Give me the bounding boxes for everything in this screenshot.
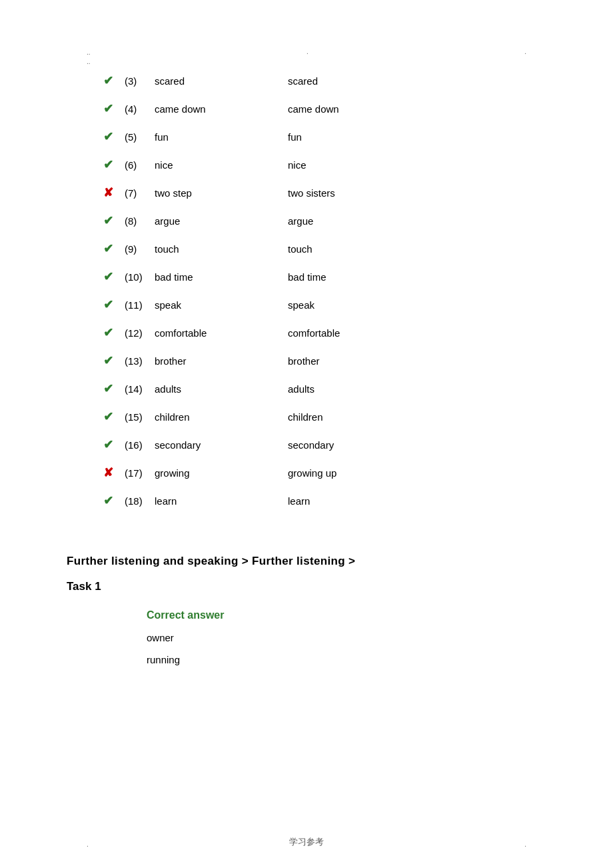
item-correct-answer: bad time [288, 271, 434, 283]
item-answer: brother [155, 355, 288, 367]
table-row: ✔(9)touchtouch [103, 235, 583, 263]
answers-table: ✔(3)scaredscared✔(4)came downcame down✔(… [103, 67, 583, 515]
check-icon: ✔ [103, 101, 125, 116]
cross-icon: ✘ [103, 185, 125, 200]
item-correct-answer: nice [288, 159, 434, 171]
check-icon: ✔ [103, 437, 125, 452]
item-number: (6) [125, 159, 155, 171]
table-row: ✔(12)comfortablecomfortable [103, 319, 583, 347]
item-number: (10) [125, 271, 155, 283]
table-row: ✔(6)nicenice [103, 151, 583, 179]
item-number: (15) [125, 411, 155, 423]
item-correct-answer: argue [288, 215, 434, 227]
check-icon: ✔ [103, 213, 125, 228]
cross-icon: ✘ [103, 465, 125, 480]
item-answer: fun [155, 131, 288, 143]
item-answer: adults [155, 383, 288, 395]
footer-dot-left: . [87, 841, 89, 848]
table-row: ✔(10)bad timebad time [103, 263, 583, 291]
item-correct-answer: comfortable [288, 327, 434, 339]
item-number: (14) [125, 383, 155, 395]
item-number: (4) [125, 103, 155, 115]
item-answer: speak [155, 299, 288, 311]
item-number: (11) [125, 299, 155, 311]
table-row: ✔(4)came downcame down [103, 95, 583, 123]
check-icon: ✔ [103, 409, 125, 424]
item-answer: came down [155, 103, 288, 115]
table-row: ✔(15)childrenchildren [103, 403, 583, 431]
footer-dot-right: . [524, 841, 526, 848]
item-answer: comfortable [155, 327, 288, 339]
list-item: running [147, 654, 613, 665]
check-icon: ✔ [103, 297, 125, 312]
check-icon: ✔ [103, 157, 125, 172]
item-number: (9) [125, 243, 155, 255]
item-answer: scared [155, 75, 288, 87]
table-row: ✔(13)brotherbrother [103, 347, 583, 375]
check-icon: ✔ [103, 325, 125, 340]
item-correct-answer: fun [288, 131, 434, 143]
item-correct-answer: two sisters [288, 187, 434, 199]
item-number: (18) [125, 495, 155, 507]
check-icon: ✔ [103, 493, 125, 508]
item-number: (17) [125, 467, 155, 479]
item-answer: touch [155, 243, 288, 255]
item-answer: two step [155, 187, 288, 199]
item-answer: bad time [155, 271, 288, 283]
check-icon: ✔ [103, 353, 125, 368]
top-right-dot: . [524, 48, 526, 55]
check-icon: ✔ [103, 73, 125, 88]
item-answer: nice [155, 159, 288, 171]
item-answer: argue [155, 215, 288, 227]
item-number: (16) [125, 439, 155, 451]
item-answer: growing [155, 467, 288, 479]
list-item: owner [147, 632, 613, 643]
item-correct-answer: learn [288, 495, 434, 507]
item-number: (7) [125, 187, 155, 199]
item-correct-answer: touch [288, 243, 434, 255]
item-correct-answer: children [288, 411, 434, 423]
item-answer: learn [155, 495, 288, 507]
check-icon: ✔ [103, 241, 125, 256]
item-correct-answer: speak [288, 299, 434, 311]
item-number: (5) [125, 131, 155, 143]
check-icon: ✔ [103, 129, 125, 144]
table-row: ✔(8)argueargue [103, 207, 583, 235]
section-heading: Further listening and speaking > Further… [67, 555, 613, 568]
item-answer: secondary [155, 439, 288, 451]
table-row: ✔(5)funfun [103, 123, 583, 151]
item-correct-answer: brother [288, 355, 434, 367]
item-correct-answer: came down [288, 103, 434, 115]
item-correct-answer: growing up [288, 467, 434, 479]
correct-answer-label: Correct answer [147, 609, 613, 621]
item-number: (12) [125, 327, 155, 339]
top-mid-dot: . [306, 48, 308, 55]
item-correct-answer: scared [288, 75, 434, 87]
check-icon: ✔ [103, 381, 125, 396]
table-row: ✔(14)adultsadults [103, 375, 583, 403]
item-correct-answer: adults [288, 383, 434, 395]
table-row: ✔(18)learnlearn [103, 487, 583, 515]
table-row: ✘(7)two steptwo sisters [103, 179, 583, 207]
table-row: ✔(11)speakspeak [103, 291, 583, 319]
footer-center: 学习参考 [289, 836, 324, 848]
item-number: (8) [125, 215, 155, 227]
table-row: ✔(16)secondarysecondary [103, 431, 583, 459]
item-number: (3) [125, 75, 155, 87]
table-row: ✘(17)growinggrowing up [103, 459, 583, 487]
task-heading: Task 1 [67, 580, 613, 593]
item-answer: children [155, 411, 288, 423]
check-icon: ✔ [103, 269, 125, 284]
item-number: (13) [125, 355, 155, 367]
item-correct-answer: secondary [288, 439, 434, 451]
top-left-dots: .. .. [87, 48, 91, 67]
table-row: ✔(3)scaredscared [103, 67, 583, 95]
